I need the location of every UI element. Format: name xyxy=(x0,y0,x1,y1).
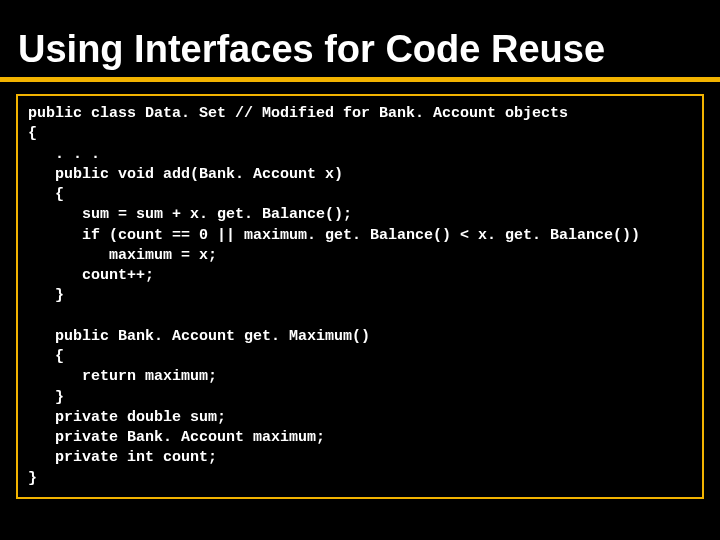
slide-title: Using Interfaces for Code Reuse xyxy=(0,0,720,75)
title-underline xyxy=(0,77,720,82)
code-block: public class Data. Set // Modified for B… xyxy=(28,104,692,489)
slide: Using Interfaces for Code Reuse public c… xyxy=(0,0,720,540)
code-box: public class Data. Set // Modified for B… xyxy=(16,94,704,499)
